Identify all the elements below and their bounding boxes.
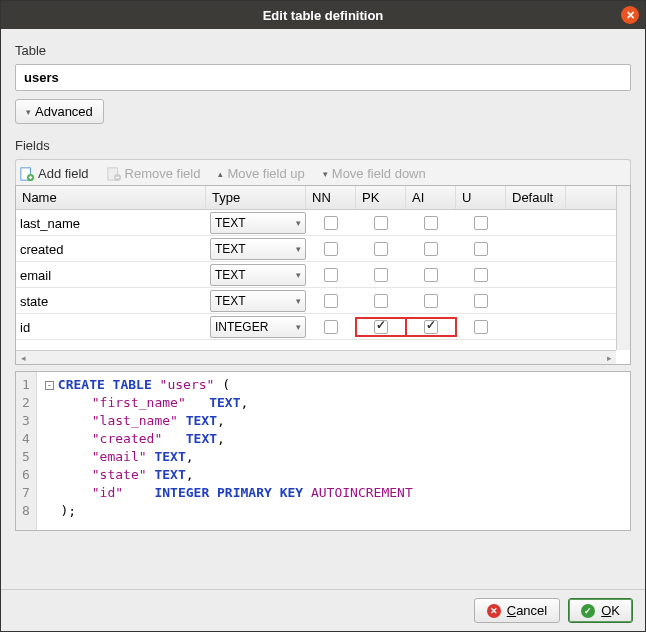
chevron-down-icon: ▾ <box>296 322 301 332</box>
nn-checkbox[interactable] <box>324 320 338 334</box>
nn-checkbox[interactable] <box>324 294 338 308</box>
chevron-down-icon: ▾ <box>296 270 301 280</box>
cell-default[interactable] <box>506 299 566 303</box>
ai-checkbox[interactable] <box>424 216 438 230</box>
table-row[interactable]: emailTEXT▾ <box>16 262 630 288</box>
move-field-up-button: ▴ Move field up <box>218 166 304 181</box>
pk-checkbox[interactable] <box>374 216 388 230</box>
cell-name[interactable]: email <box>16 266 206 285</box>
col-type[interactable]: Type <box>206 186 306 209</box>
nn-checkbox[interactable] <box>324 268 338 282</box>
col-ai[interactable]: AI <box>406 186 456 209</box>
cell-default[interactable] <box>506 247 566 251</box>
ok-button[interactable]: ✓ OK <box>568 598 633 623</box>
table-row[interactable]: idINTEGER▾ <box>16 314 630 340</box>
cancel-button[interactable]: ✕ Cancel <box>474 598 560 623</box>
arrow-down-icon: ▾ <box>323 169 328 179</box>
cell-name[interactable]: state <box>16 292 206 311</box>
u-checkbox[interactable] <box>474 294 488 308</box>
horizontal-scrollbar[interactable] <box>16 350 616 364</box>
close-icon[interactable]: ✕ <box>621 6 639 24</box>
col-name[interactable]: Name <box>16 186 206 209</box>
pk-checkbox[interactable] <box>374 320 388 334</box>
remove-field-button: Remove field <box>107 166 201 181</box>
cancel-rest: ancel <box>516 603 547 618</box>
col-u[interactable]: U <box>456 186 506 209</box>
sql-preview: 12345678 -CREATE TABLE "users" ( "first_… <box>15 371 631 531</box>
fields-toolbar: Add field Remove field ▴ Move field up ▾… <box>15 159 631 185</box>
type-select[interactable]: TEXT▾ <box>210 238 306 260</box>
ok-rest: K <box>611 603 620 618</box>
add-field-icon <box>20 167 34 181</box>
table-row[interactable]: last_nameTEXT▾ <box>16 210 630 236</box>
sql-gutter: 12345678 <box>16 372 37 530</box>
title-bar: Edit table definition ✕ <box>1 1 645 29</box>
table-row[interactable]: createdTEXT▾ <box>16 236 630 262</box>
grid-header: Name Type NN PK AI U Default <box>16 186 630 210</box>
chevron-down-icon: ▾ <box>296 244 301 254</box>
col-nn[interactable]: NN <box>306 186 356 209</box>
cell-default[interactable] <box>506 273 566 277</box>
ai-checkbox[interactable] <box>424 294 438 308</box>
ai-checkbox[interactable] <box>424 268 438 282</box>
nn-checkbox[interactable] <box>324 216 338 230</box>
type-select[interactable]: TEXT▾ <box>210 290 306 312</box>
dialog-content: Table ▾ Advanced Fields Add field Remove… <box>1 29 645 589</box>
nn-checkbox[interactable] <box>324 242 338 256</box>
dialog-footer: ✕ Cancel ✓ OK <box>1 589 645 631</box>
remove-field-icon <box>107 167 121 181</box>
cell-name[interactable]: id <box>16 318 206 337</box>
cancel-icon: ✕ <box>487 604 501 618</box>
table-label: Table <box>15 43 631 58</box>
u-checkbox[interactable] <box>474 320 488 334</box>
move-field-down-button: ▾ Move field down <box>323 166 426 181</box>
chevron-down-icon: ▾ <box>296 218 301 228</box>
advanced-label: Advanced <box>35 104 93 119</box>
col-default[interactable]: Default <box>506 186 566 209</box>
advanced-button[interactable]: ▾ Advanced <box>15 99 104 124</box>
col-pk[interactable]: PK <box>356 186 406 209</box>
sql-code[interactable]: -CREATE TABLE "users" ( "first_name" TEX… <box>37 372 421 530</box>
type-select[interactable]: TEXT▾ <box>210 212 306 234</box>
chevron-down-icon: ▾ <box>296 296 301 306</box>
table-name-input[interactable] <box>15 64 631 91</box>
pk-checkbox[interactable] <box>374 294 388 308</box>
u-checkbox[interactable] <box>474 268 488 282</box>
pk-checkbox[interactable] <box>374 242 388 256</box>
ai-checkbox[interactable] <box>424 242 438 256</box>
chevron-down-icon: ▾ <box>26 107 31 117</box>
add-field-button[interactable]: Add field <box>20 166 89 181</box>
fields-grid: Name Type NN PK AI U Default last_nameTE… <box>15 185 631 365</box>
type-select[interactable]: INTEGER▾ <box>210 316 306 338</box>
window-title: Edit table definition <box>263 8 384 23</box>
cell-name[interactable]: created <box>16 240 206 259</box>
cell-name[interactable]: last_name <box>16 214 206 233</box>
cell-default[interactable] <box>506 325 566 329</box>
table-row[interactable]: stateTEXT▾ <box>16 288 630 314</box>
arrow-up-icon: ▴ <box>218 169 223 179</box>
cell-default[interactable] <box>506 221 566 225</box>
u-checkbox[interactable] <box>474 242 488 256</box>
vertical-scrollbar[interactable] <box>616 186 630 350</box>
type-select[interactable]: TEXT▾ <box>210 264 306 286</box>
pk-checkbox[interactable] <box>374 268 388 282</box>
ok-icon: ✓ <box>581 604 595 618</box>
u-checkbox[interactable] <box>474 216 488 230</box>
ai-checkbox[interactable] <box>424 320 438 334</box>
fields-label: Fields <box>15 138 631 153</box>
